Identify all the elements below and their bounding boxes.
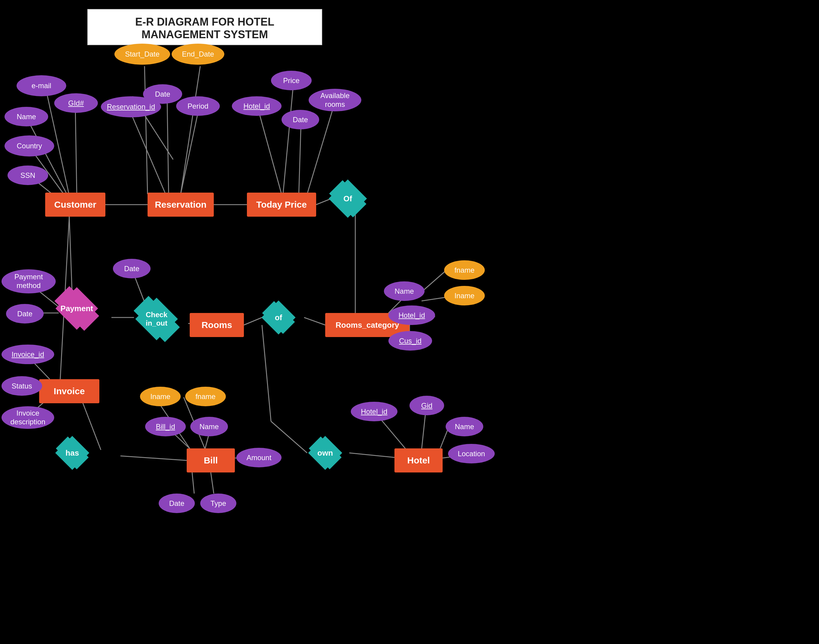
svg-line-19: [69, 217, 72, 298]
svg-line-4: [75, 106, 77, 194]
attribute-avail-rooms: Available rooms: [309, 89, 361, 111]
attribute-name-c: Name: [5, 107, 48, 126]
attribute-bill-iname: Iname: [140, 387, 181, 406]
attribute-rc-iname: Iname: [444, 286, 485, 305]
svg-line-13: [283, 82, 293, 194]
attribute-invoice-id: Invoice_id: [2, 345, 54, 364]
attribute-end-date: End_Date: [172, 44, 224, 65]
svg-line-45: [211, 472, 214, 494]
attribute-payment-method: Payment method: [2, 269, 56, 293]
attribute-bill-fname: fname: [185, 387, 226, 406]
attribute-period: Period: [176, 96, 220, 116]
svg-line-31: [421, 271, 446, 292]
attribute-bill-type: Type: [200, 494, 237, 513]
diagram-title: E-R DIAGRAM FOR HOTEL MANAGEMENT SYSTEM: [87, 9, 322, 45]
attribute-date-r: Date: [143, 84, 182, 104]
relationship-of: Of: [324, 185, 372, 212]
svg-line-8: [181, 109, 199, 194]
attribute-invoice-desc: Invoice description: [2, 406, 54, 429]
relationship-has: has: [51, 441, 93, 465]
svg-line-11: [181, 66, 200, 194]
entity-customer: Customer: [45, 193, 105, 217]
entity-reservation: Reservation: [148, 193, 214, 217]
attribute-bill-date: Date: [159, 494, 195, 513]
attribute-location: Location: [448, 444, 495, 463]
relationship-payment: Payment: [47, 293, 107, 324]
attribute-hotel-name: Name: [446, 417, 483, 436]
svg-line-47: [271, 421, 307, 453]
entity-rooms: Rooms: [190, 313, 244, 337]
entity-hotel: Hotel: [395, 448, 443, 472]
svg-line-48: [349, 453, 395, 457]
svg-line-46: [262, 325, 271, 421]
entity-todayprice: Today Price: [247, 193, 316, 217]
attribute-ssn: SSN: [8, 166, 48, 185]
svg-line-6: [129, 110, 166, 194]
attribute-amount: Amount: [237, 448, 281, 467]
diagram-container: E-R DIAGRAM FOR HOTEL MANAGEMENT SYSTEM …: [0, 0, 819, 644]
attribute-date-tp: Date: [281, 110, 319, 129]
attribute-start-date: Start_Date: [114, 44, 170, 65]
attribute-price: Price: [271, 71, 312, 90]
attribute-rc-cus-id: Cus_id: [389, 331, 432, 351]
attribute-rc-name: Name: [384, 281, 424, 301]
attribute-date-check: Date: [113, 259, 151, 278]
attribute-email: e-mail: [17, 75, 66, 96]
relationship-checkinout: Checkin_out: [125, 304, 188, 334]
attribute-status: Status: [2, 376, 42, 396]
attribute-hotel-id-r: Hotel_id: [232, 96, 281, 116]
attribute-bill-name: Name: [190, 417, 228, 436]
svg-line-44: [192, 472, 194, 494]
svg-line-7: [167, 98, 169, 194]
attribute-bill-id: Bill_id: [145, 417, 186, 436]
attribute-country: Country: [5, 135, 54, 156]
relationship-of2: of: [257, 305, 300, 330]
attribute-gid: GId#: [54, 93, 98, 113]
attribute-gid-h: Gid: [410, 396, 444, 415]
attribute-rc-fname: fname: [444, 260, 485, 280]
attribute-hotel-id-h: Hotel_id: [351, 402, 398, 421]
attribute-date-pay: Date: [6, 304, 44, 324]
relationship-own: own: [304, 441, 346, 465]
entity-invoice: Invoice: [39, 379, 99, 403]
svg-line-38: [120, 456, 187, 460]
attribute-rc-hotel-id: Hotel_id: [389, 305, 435, 325]
svg-line-9: [144, 66, 148, 194]
svg-line-16: [258, 109, 281, 194]
svg-line-32: [421, 297, 446, 301]
svg-line-26: [304, 317, 325, 325]
svg-line-1: [27, 119, 69, 199]
entity-bill: Bill: [187, 448, 235, 472]
